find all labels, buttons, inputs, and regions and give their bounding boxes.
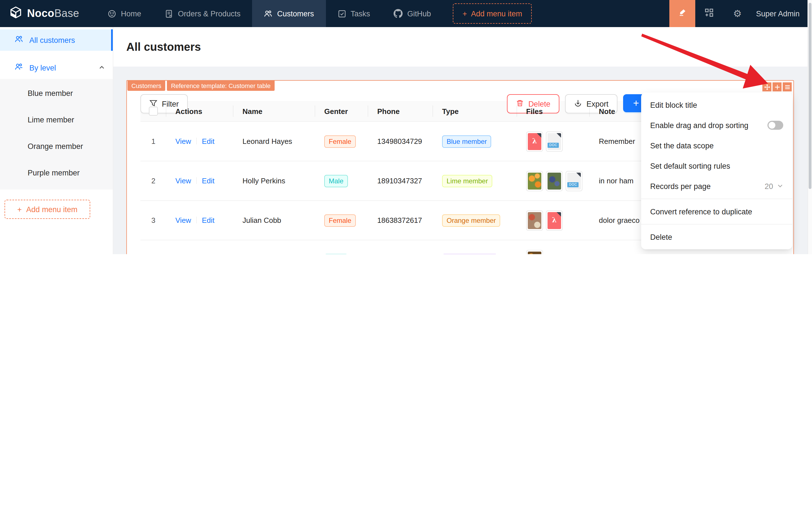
pdf-file-icon[interactable]: λ <box>546 210 563 230</box>
gender-tag: Female <box>324 214 356 226</box>
gear-icon: ⚙ <box>733 9 742 18</box>
image-attachment-thumbnail[interactable] <box>526 171 543 191</box>
nav-item-github[interactable]: GitHub <box>382 0 443 27</box>
team-icon <box>15 35 23 45</box>
row-index: 2 <box>151 177 155 185</box>
sidebar-item-by-level[interactable]: By level <box>0 56 113 79</box>
doc-file-icon[interactable]: DOC <box>546 131 563 152</box>
chevron-down-icon <box>777 182 783 190</box>
edit-link[interactable]: Edit <box>202 137 215 145</box>
nav-item-home[interactable]: Home <box>96 0 153 27</box>
column-header-genter: Genter <box>315 107 368 115</box>
settings-button[interactable]: ⚙ <box>723 0 751 27</box>
view-link[interactable]: View <box>175 137 191 145</box>
logo-wordmark: NocoBase <box>27 7 79 20</box>
chevron-up-icon <box>99 64 105 72</box>
nav-items: HomeOrders & ProductsCustomersTasksGitHu… <box>96 0 443 27</box>
sidebar-item-all-customers[interactable]: All customers <box>0 29 113 51</box>
menu-item-set-the-data-scope[interactable]: Set the data scope <box>641 135 792 156</box>
sidebar-item-label: By level <box>29 64 56 72</box>
column-header-type: Type <box>433 107 517 115</box>
member-type-tag: Blue member <box>442 135 491 147</box>
customers-icon <box>264 9 273 18</box>
column-header-files: Files <box>517 107 590 115</box>
menu-item-records-per-page[interactable]: Records per page20 <box>641 176 792 196</box>
action-divider <box>196 217 197 223</box>
name-cell: Holly Perkins <box>233 177 315 185</box>
files-cell <box>517 250 590 254</box>
gender-tag: Male <box>324 175 348 187</box>
menu-item-set-default-sorting-rules[interactable]: Set default sorting rules <box>641 156 792 176</box>
menu-item-label: Set default sorting rules <box>650 162 730 170</box>
column-header-name: Name <box>233 107 315 115</box>
nav-item-orders-products[interactable]: Orders & Products <box>153 0 252 27</box>
highlighter-icon <box>678 8 686 19</box>
phone-cell: 18638372617 <box>368 216 433 224</box>
sidebar: All customersBy levelBlue memberLime mem… <box>0 27 114 254</box>
vertical-scrollbar-thumb[interactable] <box>809 3 811 189</box>
nav-item-label: Customers <box>277 9 314 18</box>
gender-tag: Female <box>324 135 356 147</box>
phone-cell: 18910347327 <box>368 177 433 185</box>
column-header-phone: Phone <box>368 107 433 115</box>
nocobase-logo[interactable]: NocoBase <box>0 6 96 22</box>
drag-sort-toggle[interactable] <box>767 121 783 130</box>
doc-file-icon[interactable]: DOC <box>566 171 583 191</box>
github-icon <box>394 9 403 18</box>
orders-icon <box>165 9 173 18</box>
nav-right: ⚙ Super Admin <box>669 0 812 27</box>
nav-item-customers[interactable]: Customers <box>252 0 326 27</box>
menu-item-label: Convert reference to duplicate <box>650 207 752 216</box>
sidebar-list: All customersBy levelBlue memberLime mem… <box>0 29 113 189</box>
image-attachment-thumbnail[interactable] <box>526 250 543 254</box>
user-menu[interactable]: Super Admin <box>751 9 812 18</box>
nav-item-label: GitHub <box>407 9 431 18</box>
block-settings-icon[interactable] <box>783 82 792 91</box>
row-index: 1 <box>151 137 155 145</box>
add-block-icon[interactable] <box>772 82 781 91</box>
block-settings-menu: Edit block titleEnable drag and drop sor… <box>641 92 792 249</box>
ui-editor-button[interactable] <box>669 0 695 27</box>
vertical-scrollbar[interactable] <box>808 0 812 254</box>
header-select-column <box>140 107 166 116</box>
menu-item-edit-block-title[interactable]: Edit block title <box>641 95 792 115</box>
edit-link[interactable]: Edit <box>202 216 215 224</box>
plugins-grid-icon <box>704 8 714 19</box>
sidebar-item-purple-member[interactable]: Purple member <box>0 160 113 186</box>
sidebar-add-menu-item-button[interactable]: + Add menu item <box>4 200 90 219</box>
records-per-page-value: 20 <box>765 182 773 190</box>
nav-item-tasks[interactable]: Tasks <box>326 0 382 27</box>
edit-link[interactable]: Edit <box>202 177 215 185</box>
menu-item-label: Records per page <box>650 182 711 190</box>
row-index: 3 <box>151 216 155 224</box>
plugins-button[interactable] <box>695 0 723 27</box>
block-template-tag: Reference template: Customer table <box>167 81 274 91</box>
select-all-checkbox[interactable] <box>149 107 158 116</box>
page-title: All customers <box>126 40 201 53</box>
column-header-actions: Actions <box>166 107 233 115</box>
menu-item-label: Delete <box>650 233 672 241</box>
image-attachment-thumbnail[interactable] <box>526 210 543 230</box>
menu-item-label: Edit block title <box>650 101 697 109</box>
block-designer-tags: Customers Reference template: Customer t… <box>127 81 275 91</box>
files-cell: DOC <box>517 171 590 191</box>
image-attachment-thumbnail[interactable] <box>546 171 563 191</box>
page-header: All customers <box>113 27 812 67</box>
menu-item-enable-drag-and-drop-sorting[interactable]: Enable drag and drop sorting <box>641 115 792 135</box>
nav-add-menu-item-button[interactable]: + Add menu item <box>453 3 532 24</box>
sidebar-item-blue-member[interactable]: Blue member <box>0 80 113 107</box>
menu-item-delete[interactable]: Delete <box>641 227 792 247</box>
pdf-file-icon[interactable]: λ <box>526 131 543 152</box>
sidebar-item-lime-member[interactable]: Lime member <box>0 107 113 133</box>
view-link[interactable]: View <box>175 177 191 185</box>
files-cell: λ <box>517 210 590 230</box>
member-type-tag: Lime member <box>442 175 493 187</box>
menu-item-convert-reference-to-duplicate[interactable]: Convert reference to duplicate <box>641 201 792 222</box>
tasks-icon <box>338 9 346 18</box>
action-divider <box>196 177 197 184</box>
gender-tag: Male <box>324 254 348 254</box>
member-type-tag: Orange member <box>442 214 500 226</box>
sidebar-item-orange-member[interactable]: Orange member <box>0 133 113 160</box>
view-link[interactable]: View <box>175 216 191 224</box>
drag-handle-icon[interactable] <box>762 82 771 91</box>
